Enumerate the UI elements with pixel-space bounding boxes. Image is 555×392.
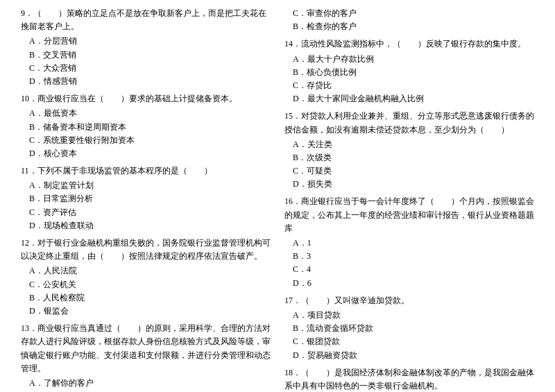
q16-option-d: D．6	[293, 277, 534, 290]
q18-text: 18．（ ）是我国经济体制和金融体制改革的产物，是我国金融体系中具有中国特色的一…	[284, 366, 534, 392]
q15-option-a: A．关注类	[293, 138, 534, 151]
q13-option-c: C．审查你的客户	[293, 7, 534, 20]
q10-option-d: D．核心资本	[29, 147, 271, 160]
question-15: 15．对贷款人利用企业兼并、重组、分立等形式恶意逃废银行债务的授信金额，如没有逾…	[284, 110, 534, 191]
q10-option-a: A．最低资本	[29, 107, 271, 120]
q10-option-c: C．系统重要性银行附加资本	[29, 134, 271, 147]
q10-options: A．最低资本 B．储备资本和逆周期资本 C．系统重要性银行附加资本 D．核心资本	[21, 107, 271, 160]
q9-option-a: A．分层营销	[29, 35, 271, 48]
question-12: 12．对于银行业金融机构重组失败的，国务院银行业监督管理机构可以决定终止重组，由…	[21, 237, 271, 318]
q15-text: 15．对贷款人利用企业兼并、重组、分立等形式恶意逃废银行债务的授信金额，如没有逾…	[284, 110, 534, 136]
q14-text: 14．流动性风险监测指标中，（ ）反映了银行存款的集中度。	[284, 37, 534, 51]
left-column: 9．（ ）策略的立足点不是放在争取新客户上，而是把工夫花在挽留老客户上。 A．分…	[21, 7, 278, 392]
q12-options: A．人民法院 C．公安机关 B．人民检察院 D．银监会	[21, 264, 271, 318]
q11-option-d: D．现场检查联动	[29, 219, 271, 232]
question-17: 17．（ ）又叫做辛迪加贷款。 A．项目贷款 B．流动资金循环贷款 C．银团贷款…	[284, 294, 534, 362]
q16-option-b: B．3	[293, 250, 534, 263]
q16-options: A．1 B．3 C．4 D．6	[284, 237, 534, 290]
q17-option-a: A．项目贷款	[293, 309, 534, 322]
q17-option-c: C．银团贷款	[293, 335, 534, 348]
q17-options: A．项目贷款 B．流动资金循环贷款 C．银团贷款 D．贸易融资贷款	[284, 309, 534, 362]
q14-option-c: C．存贷比	[293, 79, 534, 92]
q14-options: A．最大十户存款比例 B．核心负债比例 C．存贷比 D．最大十家同业金融机构融入…	[284, 53, 534, 106]
q14-option-b: B．核心负债比例	[293, 66, 534, 79]
q17-text: 17．（ ）又叫做辛迪加贷款。	[284, 294, 534, 307]
q15-option-b: B．次级类	[293, 151, 534, 164]
page: 9．（ ）策略的立足点不是放在争取新客户上，而是把工夫花在挽留老客户上。 A．分…	[21, 7, 534, 392]
q13-option-a: A．了解你的客户	[29, 377, 271, 390]
q9-option-b: B．交叉营销	[29, 49, 271, 62]
q17-option-b: B．流动资金循环贷款	[293, 322, 534, 335]
q10-option-b: B．储备资本和逆周期资本	[29, 121, 271, 134]
q13-options-left: A．了解你的客户 B．认识你的客户	[21, 377, 271, 392]
q17-option-d: D．贸易融资贷款	[293, 349, 534, 362]
q14-option-a: A．最大十户存款比例	[293, 53, 534, 66]
content-columns: 9．（ ）策略的立足点不是放在争取新客户上，而是把工夫花在挽留老客户上。 A．分…	[21, 7, 534, 392]
q15-options: A．关注类 B．次级类 C．可疑类 D．损失类	[284, 138, 534, 191]
q16-text: 16．商业银行应当于每一会计年度终了（ ）个月内，按照银监会的规定，公布其上一年…	[284, 195, 534, 235]
q12-option-d: D．银监会	[29, 305, 271, 318]
q12-option-b: B．人民检察院	[29, 291, 271, 305]
q11-text: 11．下列不属于非现场监管的基本程序的是（ ）	[21, 164, 271, 178]
q16-option-c: C．4	[293, 263, 534, 276]
q15-option-c: C．可疑类	[293, 164, 534, 178]
q9-option-c: C．大众营销	[29, 62, 271, 75]
q9-options: A．分层营销 B．交叉营销 C．大众营销 D．情感营销	[21, 35, 271, 88]
q12-option-a: A．人民法院	[29, 264, 271, 278]
q13-option-b2: B．检查你的客户	[293, 20, 534, 33]
question-14: 14．流动性风险监测指标中，（ ）反映了银行存款的集中度。 A．最大十户存款比例…	[284, 37, 534, 105]
q12-text: 12．对于银行业金融机构重组失败的，国务院银行业监督管理机构可以决定终止重组，由…	[21, 237, 271, 263]
q11-option-a: A．制定监管计划	[29, 179, 271, 192]
question-10: 10．商业银行应当在（ ）要求的基础上计提储备资本。 A．最低资本 B．储备资本…	[21, 92, 271, 160]
q12-option-c: C．公安机关	[29, 278, 271, 291]
question-18: 18．（ ）是我国经济体制和金融体制改革的产物，是我国金融体系中具有中国特色的一…	[284, 366, 534, 392]
q9-text: 9．（ ）策略的立足点不是放在争取新客户上，而是把工夫花在挽留老客户上。	[21, 7, 271, 33]
q11-option-c: C．资产评估	[29, 206, 271, 219]
question-13-right: C．审查你的客户 B．检查你的客户	[284, 7, 534, 33]
question-16: 16．商业银行应当于每一会计年度终了（ ）个月内，按照银监会的规定，公布其上一年…	[284, 195, 534, 289]
right-column: C．审查你的客户 B．检查你的客户 14．流动性风险监测指标中，（ ）反映了银行…	[278, 7, 534, 392]
q11-options: A．制定监管计划 B．日常监测分析 C．资产评估 D．现场检查联动	[21, 179, 271, 232]
question-13: 13．商业银行应当真通过（ ）的原则，采用科学、合理的方法对存款人进行风险评级，…	[21, 322, 271, 392]
q13-text: 13．商业银行应当真通过（ ）的原则，采用科学、合理的方法对存款人进行风险评级，…	[21, 322, 271, 375]
q10-text: 10．商业银行应当在（ ）要求的基础上计提储备资本。	[21, 92, 271, 105]
q14-option-d: D．最大十家同业金融机构融入比例	[293, 92, 534, 105]
q13-options-right: C．审查你的客户 B．检查你的客户	[284, 7, 534, 33]
q16-option-a: A．1	[293, 237, 534, 250]
q11-option-b: B．日常监测分析	[29, 192, 271, 205]
question-11: 11．下列不属于非现场监管的基本程序的是（ ） A．制定监管计划 B．日常监测分…	[21, 164, 271, 232]
question-9: 9．（ ）策略的立足点不是放在争取新客户上，而是把工夫花在挽留老客户上。 A．分…	[21, 7, 271, 88]
q15-option-d: D．损失类	[293, 178, 534, 191]
q9-option-d: D．情感营销	[29, 75, 271, 88]
